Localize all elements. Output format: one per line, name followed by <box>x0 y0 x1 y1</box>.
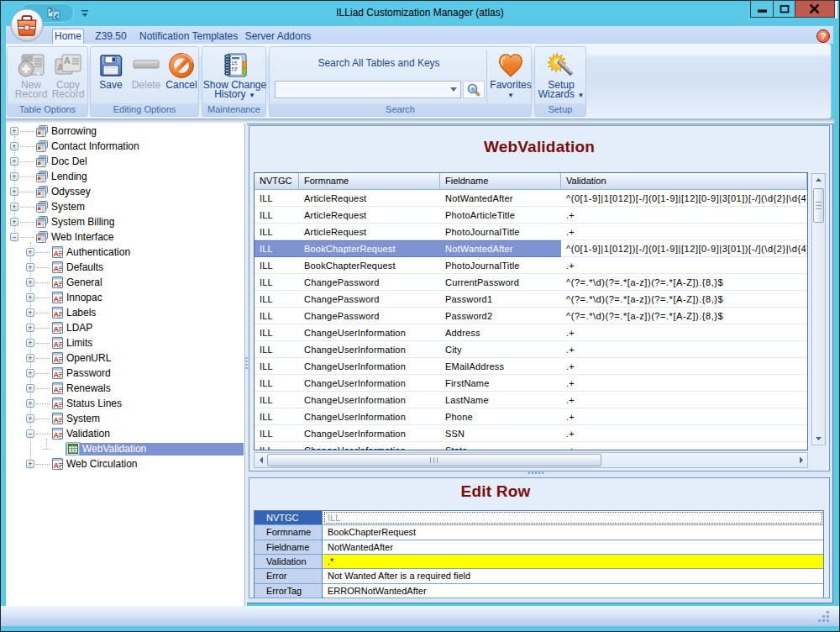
svg-text:A: A <box>64 55 71 66</box>
